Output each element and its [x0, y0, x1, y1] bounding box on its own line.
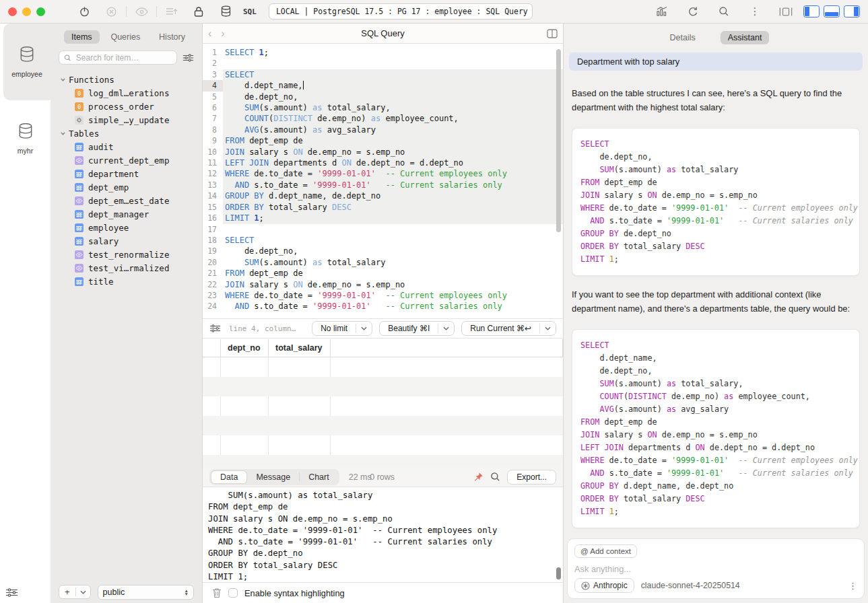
editor-line-2[interactable]: 2 — [203, 58, 563, 69]
power-icon[interactable] — [77, 5, 91, 18]
tab-message[interactable]: Message — [247, 471, 299, 483]
column-header-dept_no[interactable]: dept_no — [221, 339, 269, 357]
connection-myhr[interactable]: myhr — [0, 100, 51, 177]
editor-line-18[interactable]: 18SELECT — [203, 235, 563, 246]
trash-icon[interactable] — [212, 588, 222, 598]
grid-row[interactable] — [203, 435, 563, 455]
tab-assistant[interactable]: Assistant — [721, 31, 770, 44]
tree-section-tables[interactable]: Tables — [60, 127, 199, 140]
tree-section-functions[interactable]: Functions — [60, 73, 199, 86]
preview-eye-icon[interactable] — [135, 5, 148, 18]
sidebar-item-test_virmalized[interactable]: test_vi…rmalized — [60, 261, 199, 275]
sidebar-filter-icon[interactable] — [182, 53, 194, 63]
sidebar-item-employee[interactable]: employee — [60, 221, 199, 234]
ask-input[interactable]: Ask anything... — [574, 564, 857, 574]
chart-icon[interactable] — [655, 5, 669, 18]
minimize-window-button[interactable] — [22, 7, 31, 16]
assistant-more-icon[interactable]: ⋮ — [848, 581, 857, 591]
editor-line-4[interactable]: 4 d.dept_name, — [203, 80, 563, 91]
tab-details[interactable]: Details — [663, 31, 703, 44]
editor-line-20[interactable]: 20 SUM(s.amount) as total_salary — [203, 257, 563, 268]
editor-line-23[interactable]: 23WHERE de.to_date = '9999-01-01' -- Cur… — [203, 290, 563, 301]
sidebar-item-dept_manager[interactable]: dept_manager — [60, 207, 199, 221]
add-item-button-group[interactable]: + — [59, 585, 91, 599]
toggle-left-panel-button[interactable] — [803, 5, 820, 17]
editor-line-8[interactable]: 8 AVG(s.amount) as avg_salary — [203, 125, 563, 135]
item-search-field[interactable] — [59, 50, 177, 65]
sidebar-item-current_dept_emp[interactable]: current_dept_emp — [60, 153, 199, 167]
search-results-icon[interactable] — [490, 472, 500, 482]
sidebar-item-title[interactable]: title — [60, 275, 199, 288]
tab-history[interactable]: History — [152, 30, 193, 44]
pin-icon[interactable] — [473, 472, 483, 483]
sidebar-item-department[interactable]: department — [60, 167, 199, 180]
more-menu-icon[interactable]: ⋮ — [748, 5, 762, 18]
provider-select[interactable]: Anthropic — [574, 578, 634, 593]
log-list-icon[interactable] — [165, 5, 178, 18]
editor-line-10[interactable]: 10JOIN salary s ON de.emp_no = s.emp_no — [203, 147, 563, 157]
run-current-dropdown[interactable]: Run Current ⌘↩ — [461, 321, 556, 336]
grid-row[interactable] — [203, 416, 563, 435]
zoom-window-button[interactable] — [36, 7, 45, 16]
tab-queries[interactable]: Queries — [103, 30, 147, 44]
editor-line-5[interactable]: 5 de.dept_no, — [203, 92, 563, 102]
beautify-dropdown[interactable]: Beautify ⌘I — [379, 321, 455, 336]
editor-line-7[interactable]: 7 COUNT(DISTINCT de.emp_no) as employee_… — [203, 113, 563, 124]
sidebar-item-audit[interactable]: audit — [60, 140, 199, 153]
tab-data[interactable]: Data — [211, 470, 247, 484]
refresh-icon[interactable] — [686, 5, 700, 18]
database-icon[interactable] — [219, 5, 232, 18]
editor-line-6[interactable]: 6 SUM(s.amount) as total_salary, — [203, 102, 563, 113]
export-button[interactable]: Export... — [507, 470, 556, 485]
limit-dropdown[interactable]: No limit — [312, 321, 372, 336]
toggle-right-panel-button[interactable] — [844, 5, 860, 17]
schema-select[interactable]: public ▲▼ — [98, 585, 194, 600]
layout-center-icon[interactable] — [779, 5, 793, 18]
editor-line-9[interactable]: 9FROM dept_emp de — [203, 135, 563, 146]
grid-row[interactable] — [203, 357, 563, 377]
editor-line-1[interactable]: 1SELECT 1; — [203, 47, 563, 58]
connection-title[interactable]: LOCAL | PostgreSQL 17.5 : PG 17 : employ… — [269, 3, 533, 20]
cancel-icon[interactable] — [104, 5, 118, 18]
search-icon[interactable] — [717, 5, 731, 18]
editor-line-19[interactable]: 19 de.dept_no, — [203, 246, 563, 256]
sidebar-item-process_order[interactable]: 0process_order — [60, 100, 199, 113]
grid-row[interactable] — [203, 455, 563, 467]
forward-icon[interactable]: › — [221, 28, 224, 40]
split-editor-icon[interactable] — [517, 29, 558, 38]
editor-line-24[interactable]: 24 AND s.to_date = '9999-01-01' -- Curre… — [203, 301, 563, 312]
message-scrollbar[interactable] — [556, 567, 561, 579]
sidebar-item-log_dmlerations[interactable]: 0log_dml…erations — [60, 86, 199, 100]
sql-editor[interactable]: 1SELECT 1;23SELECT4 d.dept_name,5 de.dep… — [203, 44, 563, 341]
editor-line-17[interactable]: 17 — [203, 224, 563, 235]
editor-line-14[interactable]: 14GROUP BY d.dept_name, de.dept_no — [203, 190, 563, 201]
sidebar-item-simple_y_update[interactable]: simple_…y_update — [60, 113, 199, 127]
editor-settings-icon[interactable] — [209, 324, 221, 333]
editor-line-21[interactable]: 21FROM dept_emp de — [203, 268, 563, 279]
rail-filter-icon[interactable] — [5, 588, 18, 598]
sidebar-item-dept_emp[interactable]: dept_emp — [60, 180, 199, 194]
grid-row[interactable] — [203, 396, 563, 416]
add-menu-chevron-icon[interactable] — [76, 590, 90, 594]
conversation-title[interactable]: Department with top salary — [569, 52, 863, 71]
editor-tab-title[interactable]: SQL Query — [248, 28, 517, 38]
add-button[interactable]: + — [59, 587, 75, 597]
editor-line-11[interactable]: 11LEFT JOIN departments d ON de.dept_no … — [203, 157, 563, 168]
sidebar-item-salary[interactable]: salary — [60, 234, 199, 248]
close-window-button[interactable] — [8, 7, 17, 16]
tab-items[interactable]: Items — [64, 30, 100, 44]
editor-line-12[interactable]: 12WHERE de.to_date = '9999-01-01' -- Cur… — [203, 168, 563, 179]
search-input[interactable] — [75, 52, 172, 63]
editor-scrollbar[interactable] — [556, 49, 561, 232]
results-grid[interactable]: dept_nototal_salary — [203, 339, 563, 467]
editor-line-3[interactable]: 3SELECT — [203, 69, 563, 80]
lock-icon[interactable] — [192, 5, 205, 18]
editor-line-22[interactable]: 22JOIN salary s ON de.emp_no = s.emp_no — [203, 279, 563, 290]
syntax-highlighting-checkbox[interactable] — [228, 588, 238, 598]
connection-employee[interactable]: employee — [3, 24, 51, 100]
back-icon[interactable]: ‹ — [208, 28, 211, 40]
editor-line-16[interactable]: 16LIMIT 1; — [203, 213, 563, 223]
sidebar-item-test_renormalize[interactable]: test_renormalize — [60, 248, 199, 261]
editor-line-15[interactable]: 15ORDER BY total_salary DESC — [203, 202, 563, 213]
tab-chart[interactable]: Chart — [300, 471, 338, 483]
